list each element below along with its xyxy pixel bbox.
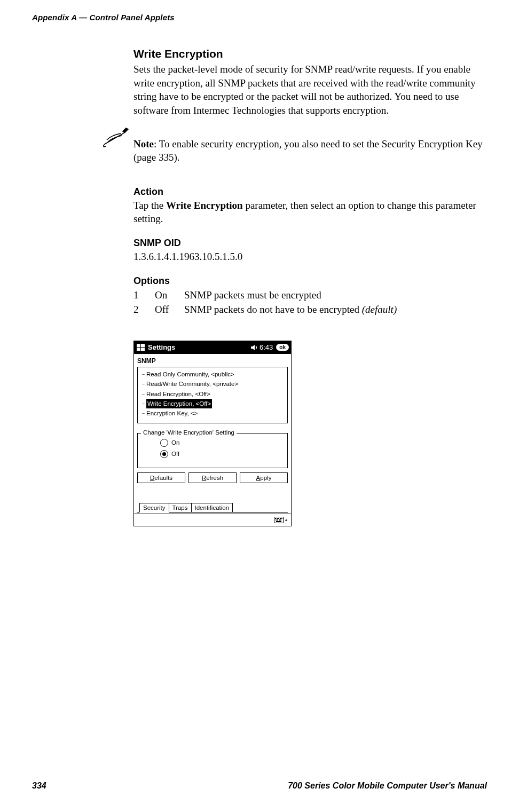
option-num: 1	[133, 288, 155, 303]
tree-item-selected[interactable]: ┈Write Encryption, <Off>	[141, 399, 284, 408]
note-text: Note: To enable security encryption, you…	[133, 137, 484, 164]
option-desc: SNMP packets do not have to be encrypted…	[184, 302, 484, 317]
tree-item[interactable]: ┈Read Encryption, <Off>	[141, 389, 284, 399]
option-desc: SNMP packets must be encrypted	[184, 288, 484, 303]
option-num: 2	[133, 302, 155, 317]
speaker-icon[interactable]	[250, 344, 258, 351]
note-label: Note	[133, 138, 154, 149]
option-name: On	[155, 288, 184, 303]
device-titlebar: Settings 6:43 ok	[134, 341, 291, 354]
subtitle-options: Options	[133, 275, 484, 287]
apply-rest: pply	[260, 475, 271, 481]
options-table: 1 On SNMP packets must be encrypted 2 Of…	[133, 288, 484, 317]
radio-on-label: On	[171, 439, 179, 446]
embedded-device-screenshot: Settings 6:43 ok SNMP ┈Read Only Communi…	[133, 341, 292, 526]
tab-security[interactable]: Security	[139, 503, 169, 513]
change-setting-group: Change 'Write Encryption' Setting On Off	[137, 433, 288, 468]
apply-button[interactable]: Apply	[240, 472, 288, 483]
sip-bar	[134, 514, 291, 526]
radio-outer-icon	[160, 439, 168, 447]
defaults-rest: efaults	[154, 475, 172, 481]
radio-outer-icon	[160, 450, 168, 458]
titlebar-title: Settings	[148, 343, 250, 351]
tree-item[interactable]: ┈Read Only Community, <public>	[141, 369, 284, 379]
svg-rect-3	[141, 348, 145, 351]
radio-on[interactable]: On	[160, 439, 283, 447]
option-desc-default: (default)	[362, 304, 397, 315]
option-row-2: 2 Off SNMP packets do not have to be enc…	[133, 302, 484, 317]
main-content: Write Encryption Sets the packet-level m…	[133, 48, 484, 526]
tab-identification[interactable]: Identification	[191, 503, 233, 512]
snmp-tree[interactable]: ┈Read Only Community, <public> ┈Read/Wri…	[137, 367, 288, 423]
svg-rect-7	[278, 518, 279, 519]
tree-item[interactable]: ┈Read/Write Community, <private>	[141, 379, 284, 389]
svg-rect-6	[277, 518, 278, 519]
option-row-1: 1 On SNMP packets must be encrypted	[133, 288, 484, 303]
manual-title: 700 Series Color Mobile Computer User's …	[288, 781, 487, 791]
svg-rect-8	[280, 518, 281, 519]
subtitle-snmp-oid: SNMP OID	[133, 238, 484, 249]
defaults-button[interactable]: Defaults	[137, 472, 185, 483]
tab-traps[interactable]: Traps	[169, 503, 192, 512]
svg-rect-5	[275, 518, 276, 519]
device-body: SNMP ┈Read Only Community, <public> ┈Rea…	[134, 354, 291, 514]
oid-value: 1.3.6.1.4.1.1963.10.5.1.5.0	[133, 250, 484, 264]
action-paragraph: Tap the Write Encryption parameter, then…	[133, 199, 484, 226]
button-row: Defaults Refresh Apply	[137, 472, 288, 483]
svg-rect-9	[281, 518, 282, 519]
radio-off[interactable]: Off	[160, 450, 283, 458]
chevron-up-icon	[285, 517, 288, 523]
refresh-rest: efresh	[206, 475, 223, 481]
note-icon	[101, 127, 129, 151]
page-footer: 334 700 Series Color Mobile Computer Use…	[32, 770, 487, 791]
svg-rect-1	[141, 344, 145, 347]
start-flag-icon[interactable]	[136, 343, 146, 352]
change-legend: Change 'Write Encryption' Setting	[141, 429, 237, 436]
svg-rect-11	[277, 519, 278, 521]
svg-rect-13	[280, 519, 281, 521]
svg-rect-10	[276, 519, 277, 521]
tab-strip: Security Traps Identification	[137, 500, 288, 513]
svg-rect-0	[137, 344, 140, 347]
action-pre: Tap the	[133, 200, 166, 211]
tree-item[interactable]: ┈Encryption Key, <>	[141, 408, 284, 418]
group-snmp-label: SNMP	[137, 357, 288, 365]
note-body: : To enable security encryption, you als…	[133, 138, 483, 163]
running-header: Appendix A — Control Panel Applets	[32, 13, 487, 22]
refresh-button[interactable]: Refresh	[188, 472, 237, 483]
intro-paragraph: Sets the packet-level mode of security f…	[133, 62, 484, 117]
titlebar-clock: 6:43	[260, 343, 273, 351]
page-number: 334	[32, 781, 46, 791]
svg-rect-2	[137, 348, 140, 351]
svg-rect-14	[276, 521, 281, 522]
option-desc-pre: SNMP packets do not have to be encrypted	[184, 304, 362, 315]
svg-rect-12	[279, 519, 280, 521]
radio-off-label: Off	[171, 451, 179, 457]
keyboard-icon[interactable]	[274, 517, 288, 523]
section-title-write-encryption: Write Encryption	[133, 48, 484, 60]
radio-selected-dot-icon	[162, 452, 166, 456]
action-bold: Write Encryption	[166, 200, 243, 211]
option-name: Off	[155, 302, 184, 317]
ok-button[interactable]: ok	[276, 344, 289, 351]
note-block: Note: To enable security encryption, you…	[133, 127, 484, 175]
subtitle-action: Action	[133, 186, 484, 198]
